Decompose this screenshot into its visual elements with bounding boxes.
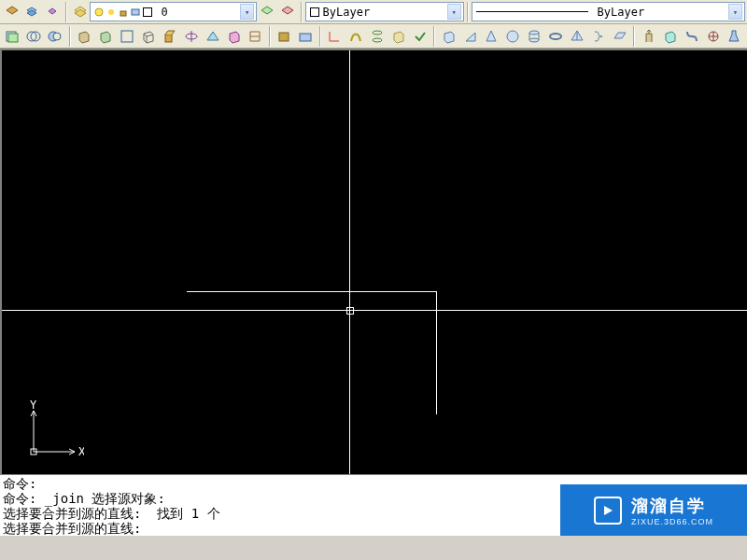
svg-marker-0 — [7, 7, 18, 14]
color-swatch — [310, 7, 319, 17]
tool-region[interactable] — [3, 26, 22, 47]
tool-sweep[interactable] — [346, 26, 366, 47]
layer-value: 0 — [161, 6, 167, 19]
layer-btn-3[interactable] — [43, 2, 62, 22]
layer-btn-1[interactable] — [3, 2, 21, 22]
dropdown-arrow-icon[interactable] — [728, 4, 742, 20]
svg-rect-8 — [120, 11, 126, 16]
command-line: 选择要合并到源的直线: — [3, 521, 141, 536]
layer-properties-button[interactable] — [71, 2, 90, 22]
svg-marker-10 — [261, 7, 273, 14]
tool-torus-prim[interactable] — [546, 26, 566, 47]
sep — [319, 26, 321, 47]
linetype-dropdown[interactable]: ByLayer — [472, 2, 745, 21]
tool-wire-box[interactable] — [138, 26, 158, 47]
sep — [69, 26, 71, 47]
tool-extrude2[interactable] — [639, 26, 658, 47]
tool-3drotate[interactable] — [703, 26, 723, 47]
svg-rect-9 — [132, 9, 139, 15]
tool-wedge-prim[interactable] — [460, 26, 480, 47]
tool-box1[interactable] — [75, 26, 94, 47]
svg-point-27 — [529, 38, 539, 42]
command-line: 命令: _join 选择源对象: — [3, 491, 165, 506]
crosshair-vertical — [349, 50, 350, 474]
cursor-pickbox — [346, 307, 354, 315]
svg-rect-18 — [121, 31, 133, 42]
tool-sweep2[interactable] — [682, 26, 701, 47]
layer-tool-a[interactable] — [258, 2, 276, 22]
tool-imprint[interactable] — [296, 26, 316, 47]
sep — [301, 2, 303, 22]
tool-pyramid-prim[interactable] — [568, 26, 587, 47]
svg-point-7 — [108, 9, 114, 15]
svg-text:Y: Y — [30, 399, 37, 412]
play-icon — [594, 497, 622, 525]
tool-ucs[interactable] — [325, 26, 345, 47]
svg-text:X: X — [78, 445, 84, 458]
svg-rect-19 — [165, 35, 172, 42]
tool-box-prim[interactable] — [439, 26, 458, 47]
svg-point-25 — [507, 31, 518, 42]
tool-press[interactable] — [275, 26, 294, 47]
tool-cone-prim[interactable] — [482, 26, 501, 47]
layer-tool-b[interactable] — [278, 2, 297, 22]
tool-3dface[interactable] — [388, 26, 408, 47]
color-dropdown[interactable]: ByLayer — [305, 2, 464, 21]
command-line: 选择要合并到源的直线: 找到 1 个 — [3, 506, 220, 521]
color-value: ByLayer — [323, 6, 371, 19]
svg-point-28 — [550, 34, 561, 39]
tool-extrude[interactable] — [160, 26, 179, 47]
watermark-sub: ZIXUE.3D66.COM — [631, 517, 713, 526]
tool-shell[interactable] — [224, 26, 244, 47]
sep — [65, 2, 67, 22]
tool-box2[interactable] — [96, 26, 116, 47]
watermark-banner: 溜溜自学 ZIXUE.3D66.COM — [560, 484, 747, 536]
tool-subtract[interactable] — [46, 26, 65, 47]
svg-marker-3 — [49, 8, 56, 14]
tool-cylinder-prim[interactable] — [525, 26, 544, 47]
plot-icon — [131, 7, 140, 17]
dropdown-arrow-icon[interactable] — [447, 4, 461, 20]
tool-section[interactable] — [246, 26, 265, 47]
svg-point-23 — [373, 31, 382, 35]
sep — [467, 2, 469, 22]
tool-planar[interactable] — [610, 26, 629, 47]
sep — [633, 26, 635, 47]
tool-polysolid[interactable] — [660, 26, 680, 47]
tool-revolve[interactable] — [181, 26, 201, 47]
tool-slice[interactable] — [203, 26, 222, 47]
sun-icon — [106, 7, 116, 17]
svg-point-6 — [95, 8, 103, 16]
tool-sphere-prim[interactable] — [503, 26, 523, 47]
svg-rect-21 — [279, 33, 289, 41]
ucs-icon: Y X — [17, 398, 84, 465]
svg-point-26 — [529, 31, 539, 35]
svg-rect-13 — [8, 34, 18, 42]
svg-rect-22 — [300, 34, 311, 41]
svg-point-24 — [373, 38, 382, 42]
tool-helix[interactable] — [589, 26, 609, 47]
tool-loft[interactable] — [368, 26, 388, 47]
watermark-title: 溜溜自学 — [631, 495, 713, 517]
lightbulb-icon — [94, 7, 104, 17]
svg-point-17 — [53, 33, 61, 40]
crosshair-horizontal — [2, 310, 747, 311]
tool-flask[interactable] — [725, 26, 744, 47]
linetype-preview — [476, 11, 588, 12]
svg-marker-11 — [282, 7, 293, 14]
tool-box3[interactable] — [118, 26, 137, 47]
linetype-value: ByLayer — [598, 6, 645, 19]
sep — [433, 26, 435, 47]
layer-dropdown[interactable]: 0 — [90, 2, 257, 21]
drawing-canvas[interactable]: Y X — [0, 49, 747, 474]
tool-circles[interactable] — [24, 26, 44, 47]
tool-check[interactable] — [410, 26, 430, 47]
layer-btn-2[interactable] — [23, 2, 42, 22]
lock-icon — [119, 7, 128, 17]
sep — [269, 26, 271, 47]
dropdown-arrow-icon[interactable] — [240, 4, 254, 20]
command-line: 命令: — [3, 476, 36, 491]
color-swatch — [143, 7, 152, 17]
